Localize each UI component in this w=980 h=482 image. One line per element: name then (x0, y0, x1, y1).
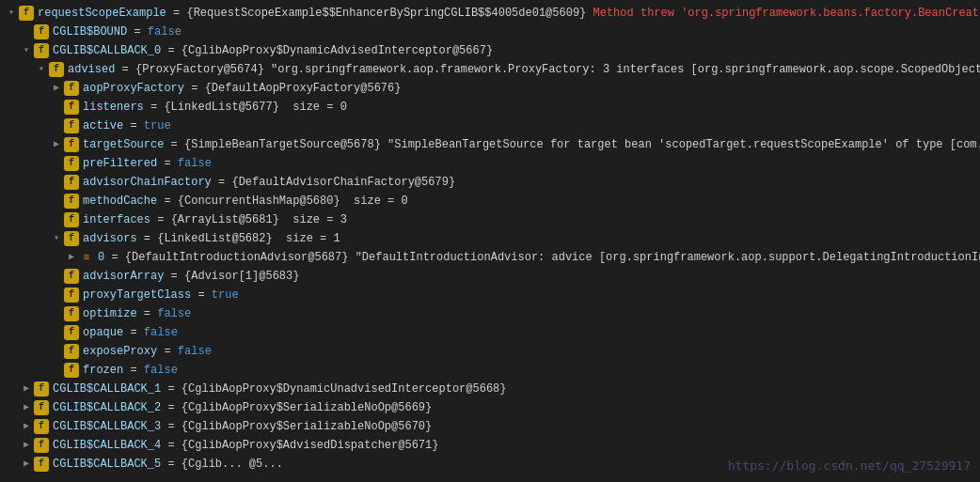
debug-tree: ▾frequestScopeExample = {RequestScopeExa… (0, 0, 980, 477)
field-icon: f (49, 62, 64, 77)
tree-row: ▾frequestScopeExample = {RequestScopeExa… (0, 4, 980, 23)
var-name: CGLIB$CALLBACK_3 (53, 417, 161, 436)
var-name: listeners (83, 98, 144, 117)
var-desc: {DefaultIntroductionAdvisor@5687} "Defau… (125, 248, 980, 267)
toggle-collapsed[interactable]: ▶ (49, 137, 64, 152)
tree-row: fCGLIB$BOUND = false (0, 23, 980, 41)
row-content: CGLIB$CALLBACK_4 = {CglibAopProxy$Advise… (53, 436, 438, 455)
tree-row: ▶fCGLIB$CALLBACK_4 = {CglibAopProxy$Advi… (0, 436, 980, 455)
eq-sign: = (164, 267, 184, 286)
eq-sign: = (191, 286, 212, 304)
row-content: CGLIB$BOUND = false (53, 23, 182, 41)
var-name: aopProxyFactory (83, 79, 184, 98)
var-name: methodCache (83, 192, 157, 210)
tree-row: ▶fCGLIB$CALLBACK_2 = {CglibAopProxy$Seri… (0, 398, 980, 417)
watermark: https://blog.csdn.net/qq_27529917 (728, 459, 971, 473)
var-desc: {ProxyFactory@5674} "org.springframework… (135, 60, 980, 79)
eq-sign: = (161, 380, 182, 398)
toggle-collapsed[interactable]: ▶ (19, 438, 34, 453)
eq-sign: = (104, 248, 125, 267)
field-icon: f (64, 363, 79, 378)
field-icon: f (34, 400, 49, 415)
list-icon: ≡ (79, 250, 94, 265)
tree-row: ▾fadvised = {ProxyFactory@5674} "org.spr… (0, 60, 980, 79)
tree-row: ▶fCGLIB$CALLBACK_1 = {CglibAopProxy$Dyna… (0, 380, 980, 398)
var-desc: {LinkedList@5677} (164, 98, 278, 117)
toggle-expanded[interactable]: ▾ (34, 62, 49, 77)
row-content: listeners = {LinkedList@5677} size = 0 (83, 98, 347, 117)
toggle-expanded[interactable]: ▾ (49, 231, 64, 246)
field-icon: f (34, 24, 49, 39)
var-value: false (178, 154, 212, 173)
var-desc: {DefaultAopProxyFactory@5676} (205, 79, 402, 98)
eq-sign: = (164, 135, 184, 154)
toggle-collapsed[interactable]: ▶ (64, 250, 79, 265)
var-desc: {CglibAopProxy$SerializableNoOp@5670} (182, 417, 432, 436)
tree-row: fopaque = false (0, 323, 980, 342)
field-icon: f (34, 381, 49, 396)
eq-sign: = (157, 154, 178, 173)
var-desc: {RequestScopeExample$$EnhancerBySpringCG… (186, 4, 586, 23)
var-name: advisors (83, 229, 137, 248)
size-text: size = 0 (279, 98, 347, 117)
var-name: preFiltered (83, 154, 157, 173)
row-content: interfaces = {ArrayList@5681} size = 3 (83, 210, 347, 229)
row-content: opaque = false (83, 323, 178, 342)
tree-row: fexposeProxy = false (0, 342, 980, 361)
tree-row: fadvisorArray = {Advisor[1]@5683} (0, 267, 980, 286)
var-value: true (212, 286, 239, 304)
tree-row: ▶faopProxyFactory = {DefaultAopProxyFact… (0, 79, 980, 98)
field-icon: f (34, 43, 49, 58)
var-desc: {ConcurrentHashMap@5680} (178, 192, 340, 210)
var-name: targetSource (83, 135, 164, 154)
field-icon: f (64, 269, 79, 284)
toggle-collapsed[interactable]: ▶ (19, 457, 34, 472)
size-text: size = 3 (279, 210, 347, 229)
field-icon: f (64, 175, 79, 190)
var-desc: {CglibAopProxy$AdvisedDispatcher@5671} (182, 436, 439, 455)
toggle-collapsed[interactable]: ▶ (49, 81, 64, 96)
toggle-expanded[interactable]: ▾ (19, 43, 34, 58)
var-name: advisorArray (83, 267, 164, 286)
tree-row: ▾fadvisors = {LinkedList@5682} size = 1 (0, 229, 980, 248)
field-icon: f (64, 325, 79, 340)
field-icon: f (19, 6, 34, 21)
toggle-collapsed[interactable]: ▶ (19, 381, 34, 396)
size-text: size = 0 (340, 192, 408, 210)
eq-sign: = (161, 41, 182, 60)
var-value: false (178, 342, 212, 361)
toggle-collapsed[interactable]: ▶ (19, 400, 34, 415)
var-name: CGLIB$CALLBACK_2 (53, 398, 161, 417)
field-icon: f (64, 81, 79, 96)
var-name: active (83, 117, 123, 135)
var-name: exposeProxy (83, 342, 157, 361)
tree-row: factive = true (0, 117, 980, 135)
var-name: CGLIB$CALLBACK_5 (53, 455, 161, 474)
var-name: proxyTargetClass (83, 286, 191, 304)
toggle-expanded[interactable]: ▾ (4, 6, 19, 21)
row-content: exposeProxy = false (83, 342, 212, 361)
var-name: CGLIB$CALLBACK_1 (53, 380, 161, 398)
eq-sign: = (161, 436, 182, 455)
var-name: advisorChainFactory (83, 173, 212, 192)
var-value: true (144, 117, 171, 135)
var-desc: {Cglib... @5... (182, 455, 283, 474)
toggle-collapsed[interactable]: ▶ (19, 419, 34, 434)
row-content: advised = {ProxyFactory@5674} "org.sprin… (68, 60, 980, 79)
tree-row: finterfaces = {ArrayList@5681} size = 3 (0, 210, 980, 229)
var-name: advised (68, 60, 115, 79)
tree-row: ▶fCGLIB$CALLBACK_3 = {CglibAopProxy$Seri… (0, 417, 980, 436)
field-icon: f (64, 137, 79, 152)
var-name: 0 (98, 248, 104, 267)
tree-row: fpreFiltered = false (0, 154, 980, 173)
row-content: preFiltered = false (83, 154, 212, 173)
var-value: false (148, 23, 182, 41)
field-icon: f (34, 438, 49, 453)
eq-sign: = (157, 192, 178, 210)
row-content: optimize = false (83, 304, 191, 323)
row-content: aopProxyFactory = {DefaultAopProxyFactor… (83, 79, 401, 98)
eq-sign: = (212, 173, 232, 192)
field-icon: f (64, 118, 79, 133)
row-content: targetSource = {SimpleBeanTargetSource@5… (83, 135, 980, 154)
eq-sign: = (123, 361, 144, 380)
